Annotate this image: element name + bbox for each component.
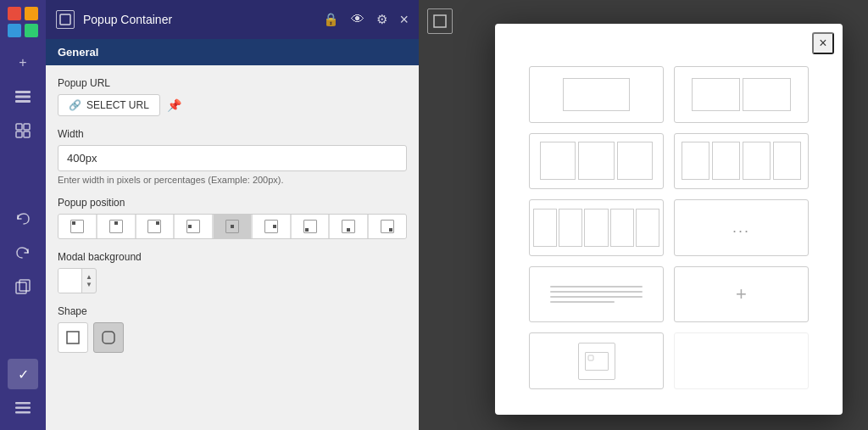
color-swatch xyxy=(58,269,82,293)
svg-rect-5 xyxy=(15,96,31,98)
plus-label: + xyxy=(736,283,747,305)
layout-three-col[interactable] xyxy=(529,133,664,190)
popup-url-label: Popup URL xyxy=(58,77,407,89)
width-input[interactable] xyxy=(58,145,407,171)
select-url-row: 🔗 SELECT URL 📌 xyxy=(58,94,407,116)
shape-rounded-button[interactable] xyxy=(93,322,124,353)
pages-nav-icon[interactable] xyxy=(8,271,38,302)
settings-panel: Popup Container 🔒 👁 ⚙ × General Popup UR… xyxy=(46,0,419,430)
layout-image[interactable] xyxy=(529,332,664,389)
modal-bg-label: Modal background xyxy=(58,251,407,263)
pos-bottom-right[interactable] xyxy=(369,215,406,238)
layout-dots[interactable]: ... xyxy=(674,199,809,256)
layout-text[interactable] xyxy=(529,266,664,323)
settings-icon[interactable]: ⚙ xyxy=(376,12,387,27)
stack-nav-icon[interactable] xyxy=(8,115,38,146)
close-icon: × xyxy=(819,36,826,51)
add-nav-icon[interactable]: + xyxy=(8,47,38,78)
svg-rect-12 xyxy=(19,280,30,291)
redo-nav-icon[interactable] xyxy=(8,237,38,268)
layout-empty[interactable] xyxy=(674,332,809,389)
pin-icon[interactable]: 📌 xyxy=(167,98,181,112)
layout-two-col[interactable] xyxy=(674,66,809,123)
pos-top-center[interactable] xyxy=(97,215,135,238)
link-icon: 🔗 xyxy=(69,99,81,111)
position-label: Popup position xyxy=(58,197,407,209)
pos-middle-left[interactable] xyxy=(175,215,212,238)
check-nav-icon[interactable]: ✓ xyxy=(8,359,38,389)
svg-rect-14 xyxy=(15,407,31,410)
svg-rect-3 xyxy=(25,24,38,37)
svg-rect-19 xyxy=(434,15,446,27)
section-title: General xyxy=(46,39,419,65)
layout-single[interactable] xyxy=(529,66,664,123)
color-picker-button[interactable]: ▲ ▼ xyxy=(58,268,97,293)
svg-rect-10 xyxy=(24,131,30,137)
width-field: Width Enter width in pixels or percentag… xyxy=(58,128,407,185)
panel-header: Popup Container 🔒 👁 ⚙ × xyxy=(46,0,419,39)
select-url-label: SELECT URL xyxy=(86,99,149,111)
panel-title: Popup Container xyxy=(83,13,314,26)
pos-bottom-center[interactable] xyxy=(330,215,367,238)
pos-middle-right[interactable] xyxy=(253,215,290,238)
color-arrows: ▲ ▼ xyxy=(82,273,96,288)
svg-rect-13 xyxy=(15,402,31,405)
popup-modal: × ... xyxy=(495,24,843,415)
svg-rect-11 xyxy=(16,282,26,293)
svg-rect-6 xyxy=(15,100,31,103)
svg-rect-2 xyxy=(8,24,21,37)
dots-label: ... xyxy=(732,219,750,237)
nav-bar: + ✓ xyxy=(0,0,46,430)
svg-rect-9 xyxy=(16,131,22,137)
svg-rect-1 xyxy=(25,7,38,20)
popup-close-button[interactable]: × xyxy=(812,32,834,54)
panel-body: Popup URL 🔗 SELECT URL 📌 Width Enter wid… xyxy=(46,65,419,430)
pos-top-right[interactable] xyxy=(136,215,174,238)
svg-rect-17 xyxy=(67,332,79,343)
popup-url-field: Popup URL 🔗 SELECT URL 📌 xyxy=(58,77,407,116)
panel-header-widget-icon xyxy=(56,10,75,29)
pos-middle-center[interactable] xyxy=(214,215,251,238)
menu-nav-icon[interactable] xyxy=(8,393,38,423)
shape-field: Shape xyxy=(58,305,407,353)
layers-nav-icon[interactable] xyxy=(8,81,38,112)
lock-icon[interactable]: 🔒 xyxy=(323,12,339,27)
layout-four-col[interactable] xyxy=(674,133,809,190)
layout-plus[interactable]: + xyxy=(674,266,809,323)
svg-rect-21 xyxy=(588,355,593,360)
pos-bottom-left[interactable] xyxy=(292,215,329,238)
pos-top-left[interactable] xyxy=(58,215,96,238)
close-panel-icon[interactable]: × xyxy=(399,11,409,29)
canvas-area: × ... xyxy=(419,0,868,430)
width-label: Width xyxy=(58,128,407,140)
svg-rect-7 xyxy=(16,124,22,130)
select-url-button[interactable]: 🔗 SELECT URL xyxy=(58,94,160,116)
app-logo[interactable] xyxy=(8,7,38,37)
position-grid xyxy=(58,214,407,239)
modal-background-field: Modal background ▲ ▼ xyxy=(58,251,407,293)
width-helper: Enter width in pixels or percentages (Ex… xyxy=(58,175,407,185)
eye-icon[interactable]: 👁 xyxy=(351,12,364,27)
popup-layout-grid: ... + xyxy=(495,24,843,415)
shape-square-button[interactable] xyxy=(58,322,88,353)
layout-five-col[interactable] xyxy=(529,199,664,256)
shape-label: Shape xyxy=(58,305,407,317)
panel-header-actions: 🔒 👁 ⚙ × xyxy=(323,11,409,29)
svg-rect-18 xyxy=(103,332,114,343)
modal-bg-row: ▲ ▼ xyxy=(58,268,407,293)
svg-rect-0 xyxy=(8,7,21,20)
canvas-frame-indicator xyxy=(427,8,453,34)
svg-rect-4 xyxy=(15,91,31,93)
svg-rect-8 xyxy=(24,124,30,130)
popup-position-field: Popup position xyxy=(58,197,407,239)
shape-row xyxy=(58,322,407,353)
svg-rect-15 xyxy=(15,411,31,414)
undo-nav-icon[interactable] xyxy=(8,204,38,234)
svg-rect-16 xyxy=(60,14,70,25)
